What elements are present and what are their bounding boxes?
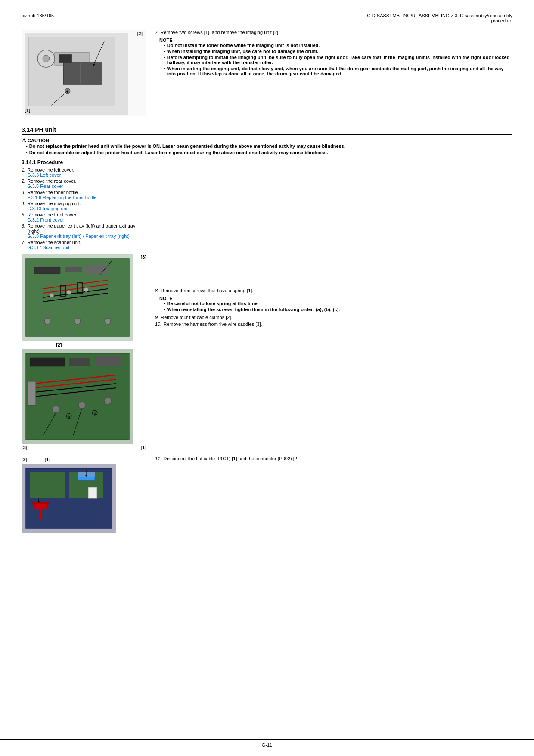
svg-rect-34	[69, 358, 90, 366]
section-314: 3.14 PH unit ⚠ CAUTION • Do not replace …	[22, 126, 512, 155]
svg-rect-33	[30, 358, 65, 366]
section-3141: 3.14.1 Procedure 1. Remove the left cove…	[22, 159, 512, 533]
link-toner-bottle[interactable]: F.3.1.6 Replacing the toner bottle	[27, 195, 96, 200]
svg-rect-6	[63, 63, 102, 84]
label-3-top: [3]	[141, 254, 146, 259]
proc-step-7: 7. Remove the scanner unit. G.3.17 Scann…	[22, 240, 146, 250]
procedure-two-col: 1. Remove the left cover. G.3.3 Left cov…	[22, 167, 512, 533]
svg-rect-16	[65, 267, 82, 272]
svg-point-26	[84, 287, 88, 292]
note-text-2: When installing the imaging unit, use ca…	[167, 49, 318, 54]
page-footer: G-11	[0, 739, 534, 747]
proc-step-4: 4. Remove the imaging unit. G.3.13 Imagi…	[22, 201, 146, 211]
caution-block: ⚠ CAUTION • Do not replace the printer h…	[22, 137, 512, 155]
ph-unit-diagram-top: [3]	[22, 254, 146, 341]
procedure-left: 1. Remove the left cover. G.3.3 Left cov…	[22, 167, 146, 533]
svg-rect-53	[30, 472, 65, 498]
step7-note-block: NOTE • Do not install the toner bottle w…	[159, 37, 512, 76]
step9-text: Remove four flat cable clamps [2].	[161, 315, 232, 320]
procedure-list: 1. Remove the left cover. G.3.3 Left cov…	[22, 167, 146, 250]
svg-point-25	[67, 290, 71, 294]
svg-rect-35	[95, 356, 121, 366]
label-3-bottom: [3]	[22, 445, 27, 450]
note-item-3: • Before attempting to install the imagi…	[164, 55, 512, 65]
imaging-unit-diagram: [2] [1]	[22, 30, 146, 116]
svg-rect-55	[78, 477, 95, 480]
proc-step-11: 11. Disconnect the flat cable (P001) [1]…	[155, 456, 512, 461]
label-2-cable: [2]	[22, 457, 27, 462]
svg-point-43	[78, 402, 85, 409]
svg-point-30	[105, 318, 111, 324]
link-front-cover[interactable]: G.3.2 Front cover	[27, 217, 64, 222]
proc-step-8: 8. Remove three screws that have a sprin…	[155, 288, 512, 312]
caution-text-2: Do not disassemble or adjust the printer…	[29, 150, 328, 155]
note-text-4: When inserting the imaging unit, do that…	[167, 66, 512, 76]
caution-item-2: • Do not disassemble or adjust the print…	[26, 150, 512, 155]
svg-point-29	[75, 318, 81, 324]
step8-note-title: NOTE	[159, 296, 512, 301]
page: bizhub 185/165 G DISASSEMBLING/REASSEMBL…	[0, 0, 534, 756]
top-notes-col: 7. Remove two screws [1], and remove the…	[155, 30, 512, 119]
note-item-4: • When inserting the imaging unit, do th…	[164, 66, 512, 76]
label-1-cable: [1]	[44, 457, 50, 462]
note-text-3: Before attempting to install the imaging…	[167, 55, 512, 65]
diagram-label-1-bottom: [1]	[25, 108, 30, 113]
note-item-1: • Do not install the toner bottle while …	[164, 43, 512, 48]
proc-step-2: 2. Remove the rear cover. G.3.5 Rear cov…	[22, 178, 146, 189]
step11-text: Disconnect the flat cable (P001) [1] and…	[163, 456, 300, 461]
proc-step-10: 10. Remove the harness from five wire sa…	[155, 322, 512, 327]
svg-point-24	[50, 293, 54, 297]
page-number: G-11	[262, 742, 272, 747]
header-right-line2: procedure	[367, 18, 512, 23]
caution-icon: ⚠	[22, 137, 26, 144]
link-rear-cover[interactable]: G.3.5 Rear cover	[27, 184, 63, 189]
svg-text:b: b	[68, 415, 70, 419]
link-imaging-unit[interactable]: G.3.13 Imaging unit	[27, 206, 68, 211]
svg-rect-41	[28, 381, 36, 405]
ph-unit-svg-top	[22, 254, 134, 341]
step8-text: Remove three screws that have a spring […	[161, 288, 253, 293]
header-right: G DISASSEMBLING/REASSEMBLING > 3. Disass…	[367, 13, 512, 23]
label-1-bottom: [1]	[141, 445, 146, 450]
svg-text:b: b	[94, 412, 96, 415]
link-paper-exit-tray[interactable]: G.3.8 Paper exit tray (left) / Paper exi…	[27, 234, 130, 239]
proc-step-5: 5. Remove the front cover. G.3.2 Front c…	[22, 212, 146, 222]
flat-cable-svg	[22, 464, 116, 533]
caution-item-1: • Do not replace the printer head unit w…	[26, 144, 512, 149]
svg-rect-62	[88, 487, 97, 498]
svg-rect-15	[34, 267, 60, 274]
svg-point-3	[43, 55, 50, 62]
top-diagram-col: [2] [1]	[22, 30, 146, 119]
caution-text-1: Do not replace the printer head unit whi…	[29, 144, 345, 149]
link-left-cover[interactable]: G.3.3 Left cover	[27, 172, 61, 178]
ph-unit-svg-bottom: b b	[22, 349, 134, 444]
proc-step-9: 9. Remove four flat cable clamps [2].	[155, 315, 512, 320]
svg-point-28	[44, 318, 50, 324]
proc-step-1: 1. Remove the left cover. G.3.3 Left cov…	[22, 167, 146, 178]
proc-step-6: 6. Remove the paper exit tray (left) and…	[22, 223, 146, 239]
header-right-line1: G DISASSEMBLING/REASSEMBLING > 3. Disass…	[367, 13, 512, 18]
page-header: bizhub 185/165 G DISASSEMBLING/REASSEMBL…	[22, 13, 512, 25]
svg-point-44	[104, 397, 111, 404]
step8-note-1: • Be careful not to lose spring at this …	[164, 301, 512, 306]
note-title: NOTE	[159, 37, 512, 43]
svg-rect-5	[59, 54, 72, 63]
step10-text: Remove the harness from five wire saddle…	[163, 322, 262, 327]
top-section: [2] [1] 7. Remove two screws [1], and re…	[22, 30, 512, 119]
note-item-2: • When installing the imaging unit, use …	[164, 49, 512, 54]
caution-title: ⚠ CAUTION	[22, 137, 512, 144]
header-left: bizhub 185/165	[22, 13, 54, 18]
proc-step-3: 3. Remove the toner bottle. F.3.1.6 Repl…	[22, 190, 146, 200]
svg-point-42	[53, 406, 59, 413]
imaging-unit-svg	[25, 33, 128, 115]
procedure-right: 8. Remove three screws that have a sprin…	[155, 167, 512, 533]
step7-text: 7. Remove two screws [1], and remove the…	[155, 30, 512, 35]
section-3141-title: 3.14.1 Procedure	[22, 159, 512, 166]
section-314-title: 3.14 PH unit	[22, 126, 512, 135]
diagram-label-2-top: [2]	[137, 31, 143, 36]
step8-note-block: NOTE • Be careful not to lose spring at …	[159, 296, 512, 312]
note-text-1: Do not install the toner bottle while th…	[167, 43, 320, 48]
link-scanner-unit[interactable]: G.3.17 Scanner unit	[27, 245, 69, 250]
flat-cable-diagram-container: [2] [1]	[22, 457, 146, 533]
ph-unit-diagram-container: [3]	[22, 254, 146, 450]
